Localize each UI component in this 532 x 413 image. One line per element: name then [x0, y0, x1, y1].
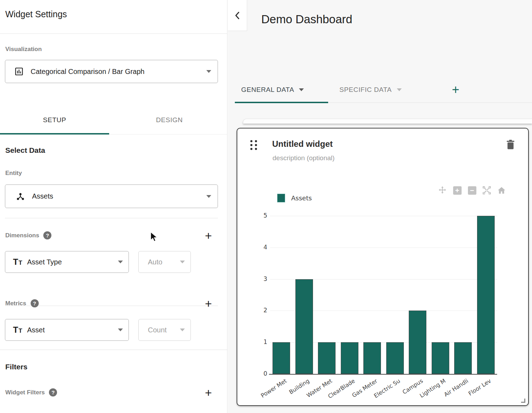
section-divider	[0, 350, 227, 350]
widget-resize-handle[interactable]	[521, 399, 525, 403]
chevron-down-icon	[180, 328, 185, 331]
bar	[409, 311, 426, 374]
widget-card: Untitled widget description (optional) +	[237, 128, 529, 406]
x-tick-label: Power Met	[259, 377, 288, 399]
metrics-label: Metrics	[5, 300, 26, 307]
add-widget-filter-button[interactable]: +	[202, 387, 214, 399]
filters-heading: Filters	[5, 363, 27, 371]
dashboard-tabs: GENERAL DATA SPECIFIC DATA +	[235, 77, 532, 103]
tab-general-data[interactable]: GENERAL DATA	[241, 77, 304, 103]
active-tab-indicator	[0, 133, 109, 134]
chevron-down-icon[interactable]	[299, 88, 304, 91]
metric-aggregation-value: Count	[148, 326, 180, 334]
chevron-down-icon	[118, 261, 123, 263]
dashboard-canvas-edge	[243, 119, 532, 124]
bar	[318, 342, 336, 374]
gridline	[270, 216, 497, 216]
visualization-value: Categorical Comparison / Bar Graph	[31, 68, 206, 76]
y-tick-label: 0	[253, 370, 267, 377]
y-tick-label: 3	[253, 275, 267, 282]
gridline	[270, 248, 497, 248]
panel-title: Widget Settings	[5, 9, 67, 19]
bar	[432, 342, 449, 374]
divider	[5, 218, 218, 218]
tab-design[interactable]: DESIGN	[115, 106, 224, 134]
text-fields-icon: TT	[13, 257, 26, 267]
setup-design-tabs: SETUP DESIGN	[0, 106, 227, 134]
y-tick-label: 2	[253, 307, 267, 314]
y-tick-label: 5	[253, 212, 267, 219]
dimension-modifier-select[interactable]: Auto	[138, 251, 191, 273]
tab-specific-data[interactable]: SPECIFIC DATA	[339, 77, 402, 103]
entity-label: Entity	[5, 170, 22, 177]
device-hub-icon	[16, 192, 25, 201]
chevron-down-icon	[180, 261, 185, 263]
dimensions-help-icon[interactable]: ?	[43, 231, 51, 239]
chevron-down-icon[interactable]	[397, 88, 402, 91]
chevron-down-icon	[118, 328, 123, 331]
dimension-field-select[interactable]: TT Asset Type	[5, 251, 129, 273]
visualization-label: Visualization	[5, 46, 42, 53]
visualization-select[interactable]: Categorical Comparison / Bar Graph	[5, 60, 218, 83]
chevron-left-icon	[234, 12, 240, 19]
y-tick-label: 1	[253, 338, 267, 345]
tab-label: SPECIFIC DATA	[339, 86, 392, 94]
active-tab-indicator	[235, 102, 328, 103]
bar	[295, 279, 313, 374]
bar-chart-icon	[14, 67, 24, 76]
bar	[386, 342, 404, 374]
add-metric-button[interactable]: +	[202, 298, 214, 309]
collapse-panel-button[interactable]	[228, 0, 247, 31]
bar	[363, 342, 381, 374]
tab-label: GENERAL DATA	[241, 86, 294, 94]
x-tick-label: Air Handli	[443, 377, 470, 398]
dimension-field-value: Asset Type	[27, 258, 118, 266]
widget-settings-panel: Widget Settings Visualization Categorica…	[0, 0, 227, 413]
bar	[477, 216, 495, 374]
x-tick-label: Floor Lev	[467, 377, 492, 397]
metrics-help-icon[interactable]: ?	[31, 299, 39, 307]
y-tick-label: 4	[253, 244, 267, 251]
dashboard-title: Demo Dashboard	[261, 13, 352, 26]
text-fields-icon: TT	[13, 325, 26, 335]
divider	[0, 33, 227, 34]
chevron-down-icon	[206, 195, 211, 198]
metric-field-value: Asset	[27, 326, 118, 334]
widget-settings-screen: Widget Settings Visualization Categorica…	[0, 0, 532, 413]
bar	[341, 342, 358, 374]
bar-chart: 012345Power MetBuildingWater MetClearBla…	[237, 129, 529, 406]
add-tab-button[interactable]: +	[449, 83, 462, 96]
dimension-modifier-value: Auto	[148, 258, 180, 266]
bar	[454, 342, 472, 374]
widget-filters-help-icon[interactable]: ?	[49, 388, 57, 396]
entity-select[interactable]: Assets	[5, 184, 218, 208]
widget-filters-label: Widget Filters	[5, 389, 45, 396]
x-axis-line	[269, 374, 497, 375]
tab-setup[interactable]: SETUP	[0, 106, 109, 134]
bar	[273, 342, 290, 374]
metric-field-select[interactable]: TT Asset	[5, 319, 129, 341]
dimensions-label: Dimensions	[5, 232, 39, 239]
select-data-heading: Select Data	[5, 146, 45, 155]
add-dimension-button[interactable]: +	[202, 230, 214, 242]
dashboard-panel: Demo Dashboard GENERAL DATA SPECIFIC DAT…	[228, 0, 532, 413]
entity-value: Assets	[32, 192, 206, 200]
chevron-down-icon	[206, 70, 211, 73]
metric-aggregation-select[interactable]: Count	[138, 319, 191, 341]
